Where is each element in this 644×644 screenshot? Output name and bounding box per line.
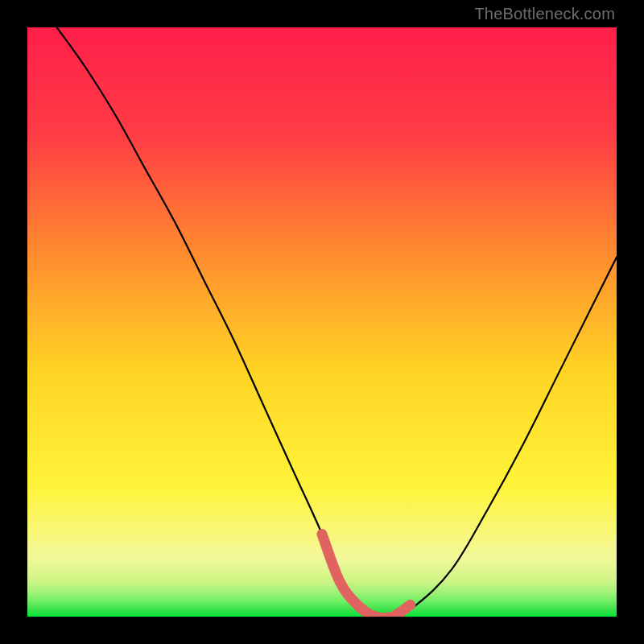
floor-highlight [322, 535, 411, 617]
bottleneck-curve [57, 27, 617, 617]
plot-area [27, 27, 617, 617]
watermark-text: TheBottleneck.com [474, 5, 615, 23]
chart-frame: TheBottleneck.com [0, 0, 644, 644]
chart-svg [27, 27, 617, 617]
